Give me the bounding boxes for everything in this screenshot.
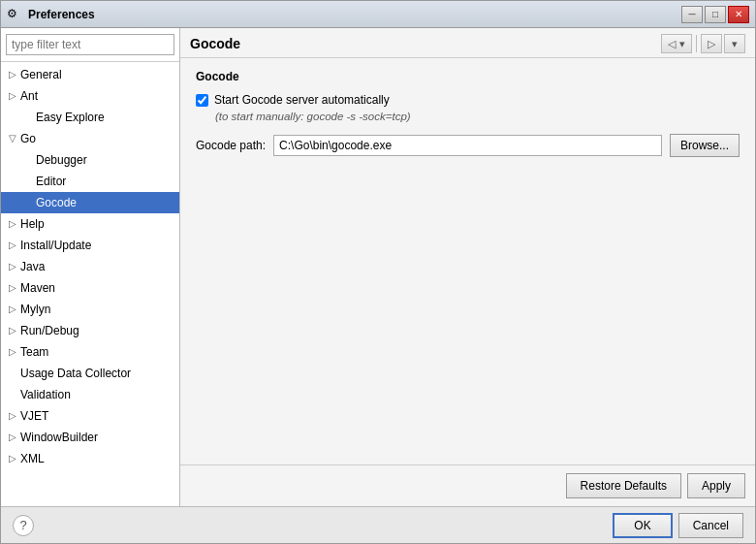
arrow-icon: ▷ [9,258,20,275]
sidebar-item-label: Editor [36,173,66,190]
filter-wrap [1,28,179,62]
path-row: Gocode path: Browse... [196,134,740,157]
sidebar-item-debugger[interactable]: Debugger [1,149,179,171]
sidebar-item-label: WindowBuilder [20,429,98,446]
path-label: Gocode path: [196,139,266,152]
arrow-icon: ▷ [9,343,20,361]
sidebar-item-editor[interactable]: Editor [1,171,179,192]
sidebar-item-vjet[interactable]: ▷ VJET [1,405,179,427]
title-bar: ⚙ Preferences ─ □ ✕ [1,1,755,28]
sidebar-item-mylyn[interactable]: ▷ Mylyn [1,299,179,320]
sidebar-item-java[interactable]: ▷ Java [1,256,179,277]
path-input[interactable] [273,135,662,156]
sidebar-item-label: Usage Data Collector [20,365,131,382]
dropdown-button[interactable]: ▾ [724,34,745,53]
close-button[interactable]: ✕ [728,6,749,23]
arrow-icon: ▷ [9,429,20,446]
autostart-label[interactable]: Start Gocode server automatically [214,93,390,107]
footer-left: ? [13,515,34,536]
sidebar-item-go[interactable]: ▽ Go [1,128,179,149]
sidebar-item-label: Go [20,130,36,147]
arrow-icon: ▷ [9,450,20,467]
sidebar-item-label: Help [20,215,45,233]
footer-right: OK Cancel [613,513,743,538]
sidebar-item-label: Ant [20,87,38,105]
arrow-icon: ▷ [9,237,20,254]
title-bar-buttons: ─ □ ✕ [681,6,749,23]
browse-button[interactable]: Browse... [670,134,740,157]
sidebar-item-label: Easy Explore [36,109,105,126]
sidebar-item-label: Install/Update [20,237,91,254]
restore-defaults-button[interactable]: Restore Defaults [566,473,681,498]
sidebar-item-label: General [20,66,62,83]
expand-arrow-icon: ▽ [9,130,20,147]
sidebar-item-label: Java [20,258,45,275]
forward-button[interactable]: ▷ [701,34,722,53]
sidebar-item-label: XML [20,450,45,467]
arrow-icon: ▷ [9,87,20,105]
sidebar-item-ant[interactable]: ▷ Ant [1,85,179,107]
section-label: Gocode [196,70,740,83]
sidebar-item-xml[interactable]: ▷ XML [1,448,179,469]
sidebar-item-label: Gocode [36,194,77,211]
window-title: Preferences [28,8,681,21]
arrow-icon: ▷ [9,407,20,425]
minimize-button[interactable]: ─ [681,6,703,23]
ok-button[interactable]: OK [613,513,672,538]
filter-input[interactable] [6,34,174,55]
sidebar-item-gocode[interactable]: Gocode [1,192,179,213]
right-panel: Gocode ◁ ▾ ▷ ▾ Gocode Start Gocode serve… [180,28,755,506]
panel-toolbar: ◁ ▾ ▷ ▾ [661,34,745,53]
sidebar-item-easy-explore[interactable]: Easy Explore [1,107,179,128]
sidebar-item-validation[interactable]: Validation [1,384,179,405]
dialog-footer: ? OK Cancel [1,506,755,543]
sidebar-item-general[interactable]: ▷ General [1,64,179,85]
help-text: (to start manually: gocode -s -sock=tcp) [215,111,740,122]
arrow-icon: ▷ [9,279,20,297]
sidebar-item-label: VJET [20,407,48,425]
sidebar-item-usage-data[interactable]: Usage Data Collector [1,363,179,384]
arrow-icon: ▷ [9,215,20,233]
autostart-checkbox[interactable] [196,94,208,107]
preferences-window: ⚙ Preferences ─ □ ✕ ▷ General ▷ [0,0,756,544]
sidebar-item-team[interactable]: ▷ Team [1,341,179,363]
arrow-icon: ▷ [9,66,20,83]
tree: ▷ General ▷ Ant Easy Explore ▽ Go [1,62,179,506]
sidebar-item-help[interactable]: ▷ Help [1,213,179,235]
maximize-button[interactable]: □ [705,6,726,23]
arrow-icon: ▷ [9,301,20,318]
cancel-button[interactable]: Cancel [678,513,743,538]
sidebar-item-label: Validation [20,386,71,403]
autostart-checkbox-row: Start Gocode server automatically [196,93,740,107]
sidebar-item-label: Run/Debug [20,322,79,339]
sidebar-item-label: Team [20,343,48,361]
panel-header: Gocode ◁ ▾ ▷ ▾ [180,28,755,58]
arrow-icon: ▷ [9,322,20,339]
sidebar-item-label: Debugger [36,151,87,169]
sidebar: ▷ General ▷ Ant Easy Explore ▽ Go [1,28,180,506]
sidebar-item-windowbuilder[interactable]: ▷ WindowBuilder [1,427,179,448]
sidebar-item-label: Maven [20,279,55,297]
window-icon: ⚙ [7,7,22,22]
back-forward-button[interactable]: ◁ ▾ [661,34,692,53]
help-button[interactable]: ? [13,515,34,536]
toolbar-separator [696,35,697,52]
sidebar-item-maven[interactable]: ▷ Maven [1,277,179,299]
apply-button[interactable]: Apply [687,473,745,498]
sidebar-item-install-update[interactable]: ▷ Install/Update [1,235,179,256]
panel-bottom-buttons: Restore Defaults Apply [180,464,755,506]
panel-title: Gocode [190,36,240,51]
sidebar-item-run-debug[interactable]: ▷ Run/Debug [1,320,179,341]
panel-content: Gocode Start Gocode server automatically… [180,58,755,464]
main-content: ▷ General ▷ Ant Easy Explore ▽ Go [1,28,755,506]
sidebar-item-label: Mylyn [20,301,50,318]
